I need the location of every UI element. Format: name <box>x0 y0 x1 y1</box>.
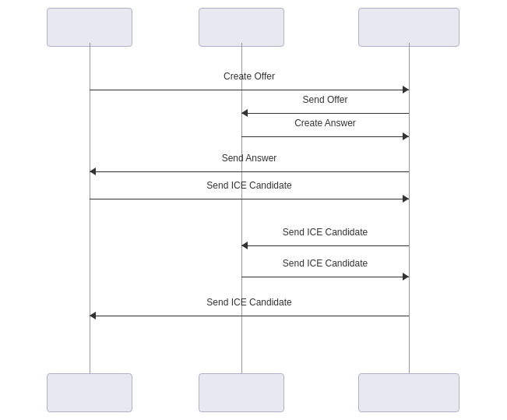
message-5: Send ICE Candidate <box>241 238 409 253</box>
actor-user2-top <box>199 8 284 47</box>
message-7: Send ICE Candidate <box>90 308 409 323</box>
arrowhead-right <box>403 273 409 281</box>
arrowhead-left <box>90 312 96 319</box>
arrowhead-right <box>403 195 409 203</box>
message-4: Send ICE Candidate <box>90 191 409 206</box>
arrow-line <box>241 277 409 277</box>
arrowhead-left <box>90 168 96 175</box>
message-6: Send ICE Candidate <box>241 269 409 284</box>
message-label: Send ICE Candidate <box>283 258 368 269</box>
actor-signaling-bottom <box>358 373 459 412</box>
arrow-line <box>241 245 409 246</box>
arrowhead-left <box>241 242 248 249</box>
message-label: Create Offer <box>224 71 275 82</box>
message-2: Create Answer <box>241 129 409 144</box>
lifeline-signaling <box>409 43 410 377</box>
sequence-diagram: Create OfferSend OfferCreate AnswerSend … <box>0 0 507 420</box>
arrowhead-right <box>403 132 409 140</box>
arrow-line <box>241 113 409 114</box>
arrow-line <box>90 199 409 199</box>
arrow-line <box>241 136 409 137</box>
arrow-line <box>90 316 409 316</box>
message-label: Create Answer <box>294 118 356 129</box>
actor-signaling-top <box>358 8 459 47</box>
arrow-line <box>90 90 409 90</box>
message-label: Send ICE Candidate <box>206 297 291 308</box>
arrowhead-right <box>403 86 409 94</box>
message-label: Send ICE Candidate <box>283 227 368 238</box>
message-label: Send ICE Candidate <box>206 180 291 191</box>
actor-user1-top <box>47 8 132 47</box>
message-3: Send Answer <box>90 164 409 179</box>
actor-user1-bottom <box>47 373 132 412</box>
actor-user2-bottom <box>199 373 284 412</box>
message-0: Create Offer <box>90 82 409 97</box>
arrow-line <box>90 171 409 172</box>
arrowhead-left <box>241 109 248 117</box>
message-label: Send Offer <box>303 94 348 105</box>
message-label: Send Answer <box>222 153 277 164</box>
